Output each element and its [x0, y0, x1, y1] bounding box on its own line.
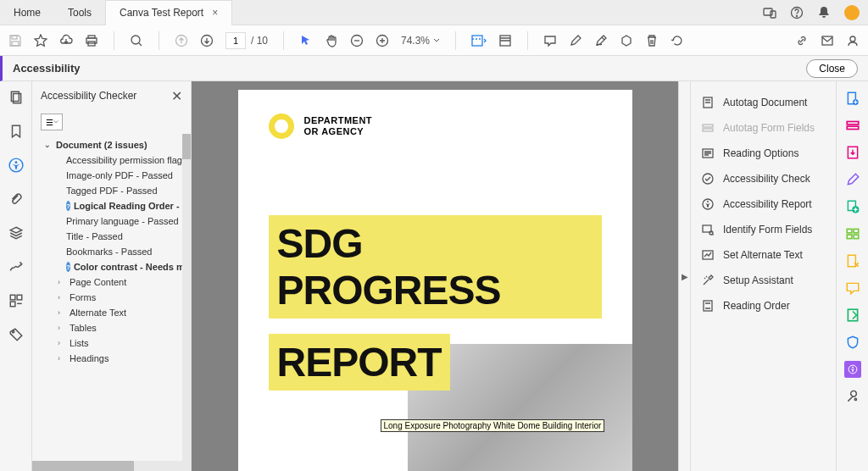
- setup-assistant[interactable]: Setup Assistant: [691, 268, 836, 293]
- accessibility-rail-icon[interactable]: [8, 158, 24, 176]
- print-icon[interactable]: [85, 34, 98, 47]
- zoom-in-icon[interactable]: [376, 34, 389, 47]
- scrollbar-thumb[interactable]: [182, 134, 191, 159]
- tree-item[interactable]: Image-only PDF - Passed: [32, 168, 191, 183]
- page-input[interactable]: [225, 32, 246, 49]
- autotag-document[interactable]: Autotag Document: [691, 90, 836, 115]
- comment-icon[interactable]: [543, 34, 557, 47]
- shield-icon[interactable]: [844, 334, 861, 351]
- tree-cat[interactable]: ›Lists: [32, 335, 191, 351]
- tree-cat[interactable]: ›Alternate Text: [32, 305, 191, 320]
- tab-tools[interactable]: Tools: [54, 0, 105, 25]
- bookmark-icon[interactable]: [8, 124, 24, 142]
- svg-rect-23: [17, 295, 22, 300]
- mail-icon[interactable]: [821, 34, 834, 47]
- tree-item[interactable]: Tagged PDF - Passed: [32, 183, 191, 198]
- tree-hscrollbar[interactable]: [32, 461, 191, 471]
- stamp-icon[interactable]: [620, 34, 633, 47]
- accessibility-check[interactable]: Accessibility Check: [691, 166, 836, 191]
- zoom-dropdown[interactable]: 74.3%: [401, 35, 440, 47]
- save-icon[interactable]: [8, 34, 22, 47]
- svg-rect-46: [847, 235, 852, 239]
- tree-cat[interactable]: ›Forms: [32, 290, 191, 305]
- accessibility-checker-panel: Accessibility Checker ✕ ☰ ⌄Document (2 i…: [32, 81, 192, 471]
- more-tools-icon[interactable]: [844, 307, 861, 324]
- link-icon[interactable]: [795, 34, 809, 47]
- zoom-out-icon[interactable]: [350, 34, 364, 47]
- help-icon[interactable]: [790, 6, 804, 19]
- info-icon: ?: [66, 262, 70, 272]
- fill-sign-icon[interactable]: [844, 280, 861, 296]
- cloud-icon[interactable]: [59, 34, 73, 47]
- fit-icon[interactable]: [471, 34, 487, 47]
- comment-tool-icon[interactable]: [844, 198, 861, 215]
- doc-title: SDG PROGRESS REPORT: [269, 215, 602, 406]
- svg-rect-40: [847, 126, 859, 129]
- signature-icon[interactable]: [8, 259, 24, 278]
- collapse-handle[interactable]: ▶: [678, 81, 690, 471]
- pointer-icon[interactable]: [299, 34, 313, 47]
- reading-order[interactable]: Reading Order: [691, 293, 836, 319]
- export-pdf-icon[interactable]: [844, 144, 861, 161]
- highlight-icon[interactable]: [569, 34, 582, 47]
- attachment-icon[interactable]: [8, 191, 24, 210]
- accessibility-panel-header: Accessibility Close: [0, 56, 868, 81]
- reading-options[interactable]: Reading Options: [691, 141, 836, 166]
- tab-home[interactable]: Home: [0, 0, 54, 25]
- accessibility-report[interactable]: Accessibility Report: [691, 191, 836, 217]
- autotag-form-fields: Autotag Form Fields: [691, 115, 836, 141]
- edit-pdf-icon[interactable]: [844, 117, 861, 134]
- tree-cat[interactable]: ›Headings: [32, 351, 191, 366]
- accessibility-tool-icon[interactable]: [844, 361, 861, 378]
- tree-item[interactable]: ?Color contrast - Needs man: [32, 259, 191, 274]
- page-down-icon[interactable]: [200, 34, 214, 47]
- create-pdf-icon[interactable]: [844, 90, 861, 107]
- checker-options-button[interactable]: ☰: [41, 114, 63, 130]
- trash-icon[interactable]: [645, 34, 659, 47]
- tree-item[interactable]: Title - Passed: [32, 229, 191, 244]
- bell-icon[interactable]: [817, 6, 831, 19]
- tab-document[interactable]: Canva Test Report ×: [105, 0, 232, 25]
- tree-item[interactable]: Accessibility permission flag: [32, 152, 191, 168]
- profile-icon[interactable]: [846, 34, 860, 47]
- agency-name: DEPARTMENTOR AGENCY: [304, 115, 373, 137]
- tree-item[interactable]: ?Logical Reading Order - Ne: [32, 198, 191, 213]
- svg-rect-1: [771, 11, 776, 18]
- tree-vscrollbar[interactable]: [182, 134, 191, 461]
- document-viewport[interactable]: DEPARTMENTOR AGENCY SDG PROGRESS REPORT …: [192, 81, 678, 471]
- tree-root[interactable]: ⌄Document (2 issues): [32, 137, 191, 152]
- rotate-icon[interactable]: [670, 34, 684, 47]
- chevron-right-icon: ›: [58, 308, 66, 317]
- search-icon[interactable]: [130, 34, 143, 47]
- image-tooltip: Long Exposure Photography White Dome Bui…: [381, 419, 605, 432]
- scrollbar-thumb[interactable]: [32, 461, 134, 471]
- tags-icon[interactable]: [8, 327, 24, 346]
- set-alternate-text[interactable]: Set Alternate Text: [691, 242, 836, 268]
- devices-icon[interactable]: [763, 6, 776, 19]
- protect-icon[interactable]: [844, 252, 861, 269]
- svg-point-21: [14, 161, 17, 163]
- page-up-icon[interactable]: [175, 34, 188, 47]
- svg-point-51: [852, 367, 854, 368]
- hand-icon[interactable]: [325, 34, 338, 47]
- organize-icon[interactable]: [844, 171, 861, 188]
- tree-item[interactable]: Primary language - Passed: [32, 213, 191, 229]
- tree-cat[interactable]: ›Page Content: [32, 274, 191, 290]
- avatar[interactable]: [844, 5, 860, 20]
- scan-icon[interactable]: [844, 225, 861, 242]
- sign-icon[interactable]: [594, 34, 608, 47]
- page-display-icon[interactable]: [498, 34, 512, 47]
- close-icon[interactable]: ×: [212, 7, 218, 19]
- close-button[interactable]: Close: [806, 59, 858, 78]
- identify-form-fields[interactable]: Identify Form Fields: [691, 217, 836, 242]
- order-icon[interactable]: [8, 293, 24, 312]
- tree-cat[interactable]: ›Tables: [32, 320, 191, 335]
- close-icon[interactable]: ✕: [171, 88, 182, 104]
- toolbar-right: [795, 34, 860, 47]
- layers-icon[interactable]: [8, 225, 24, 244]
- settings-icon[interactable]: [844, 388, 861, 405]
- thumbnails-icon[interactable]: [8, 90, 24, 108]
- svg-rect-45: [854, 229, 859, 233]
- star-icon[interactable]: [34, 34, 47, 47]
- tree-item[interactable]: Bookmarks - Passed: [32, 244, 191, 259]
